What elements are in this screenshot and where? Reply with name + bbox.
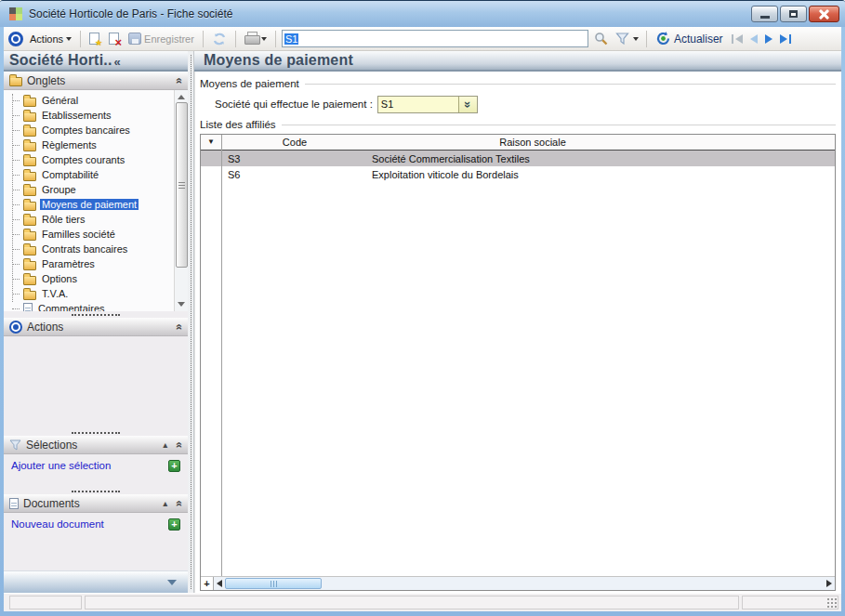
restore-button[interactable] — [780, 6, 807, 22]
add-row-button[interactable]: + — [201, 577, 214, 590]
add-selection-link[interactable]: Ajouter une sélection — [11, 460, 111, 471]
tree-item-label: Groupe — [40, 184, 78, 195]
tree-item-commentaires[interactable]: Commentaires — [9, 301, 174, 311]
actualiser-button[interactable]: Actualiser — [653, 29, 726, 48]
chevron-down-icon[interactable] — [167, 580, 177, 585]
actions-menu-button[interactable]: Actions — [27, 32, 74, 46]
toolbar: Actions ★ × Enregistrer — [4, 27, 841, 51]
panel-resize-handle[interactable] — [4, 488, 188, 494]
status-cell-left — [9, 596, 82, 609]
tree-item-reglements[interactable]: Règlements — [9, 138, 174, 152]
double-chevron-down-icon: » — [461, 100, 475, 107]
folder-icon — [23, 187, 36, 196]
tree-item-options[interactable]: Options — [9, 271, 174, 286]
fieldset-legend: Liste des affiliés — [200, 119, 276, 130]
actions-target-icon — [9, 321, 22, 334]
add-selection-plus-button[interactable]: + — [168, 460, 180, 472]
company-combobox[interactable]: S1 » — [377, 96, 478, 113]
actions-menu-label: Actions — [30, 33, 63, 45]
new-record-button[interactable]: ★ — [86, 31, 102, 46]
folder-icon — [23, 98, 36, 107]
sidebar-header: Société Horti.. « — [4, 51, 188, 72]
scroll-right-button[interactable] — [824, 577, 835, 590]
tree-item-moyens-de-paiement[interactable]: Moyens de paiement — [9, 197, 174, 212]
collapse-panel-icon[interactable]: » — [173, 441, 186, 448]
delete-record-button[interactable]: × — [106, 31, 122, 46]
grid: ▼ Code Raison sociale S3 Société Commerc… — [201, 135, 835, 576]
scroll-panel-up-icon[interactable]: ▴ — [163, 439, 167, 450]
save-icon — [128, 33, 141, 45]
tree-item-groupe[interactable]: Groupe — [9, 182, 174, 197]
tree-item-label: Paramètres — [40, 258, 97, 269]
onglets-tree: Général Etablissements Comptes bancaires… — [4, 90, 188, 311]
tree-item-parametres[interactable]: Paramètres — [9, 256, 174, 271]
filter-button[interactable] — [614, 32, 640, 46]
tree-item-etablissements[interactable]: Etablissements — [9, 108, 174, 123]
scroll-thumb[interactable] — [176, 102, 188, 268]
actions-target-icon — [8, 32, 23, 46]
new-document-plus-button[interactable]: + — [168, 518, 180, 531]
print-button[interactable] — [242, 30, 270, 47]
tree-item-tva[interactable]: T.V.A. — [9, 286, 174, 301]
folder-icon — [23, 127, 36, 137]
minimize-icon — [760, 16, 770, 19]
tree-item-contrats-bancaires[interactable]: Contrats bancaires — [9, 242, 174, 256]
tree-item-role-tiers[interactable]: Rôle tiers — [9, 212, 174, 227]
print-icon — [244, 34, 258, 46]
table-row[interactable]: S3 Société Commercialisation Textiles — [201, 151, 835, 166]
refresh-button[interactable] — [209, 31, 230, 47]
column-header-code[interactable]: Code — [221, 137, 368, 148]
search-input[interactable]: S1 — [282, 30, 588, 47]
collapse-panel-icon[interactable]: » — [173, 77, 186, 84]
new-record-icon: ★ — [89, 33, 99, 45]
scroll-panel-up-icon[interactable]: ▴ — [163, 498, 167, 508]
tree-item-label: T.V.A. — [40, 288, 70, 299]
table-row[interactable]: S6 Exploitation viticole du Bordelais — [201, 166, 835, 182]
collapse-panel-icon[interactable]: » — [173, 500, 186, 506]
tree-item-comptes-courants[interactable]: Comptes courants — [9, 152, 174, 167]
resize-grip[interactable] — [826, 597, 837, 608]
sidebar: Société Horti.. « Onglets » Général Etab… — [4, 51, 188, 593]
chevron-down-icon — [66, 37, 72, 41]
scroll-thumb[interactable] — [225, 578, 322, 589]
toolbar-separator — [80, 31, 81, 47]
tree-item-familles-societe[interactable]: Familles société — [9, 227, 174, 242]
table-horizontal-scrollbar[interactable]: + — [201, 576, 835, 590]
scroll-track[interactable] — [176, 102, 188, 299]
tree-item-comptes-bancaires[interactable]: Comptes bancaires — [9, 123, 174, 138]
minimize-button[interactable] — [751, 6, 778, 22]
grip-icon — [178, 185, 185, 186]
panel-header-onglets[interactable]: Onglets » — [4, 72, 188, 90]
search-go-button[interactable] — [592, 31, 610, 46]
panel-header-actions[interactable]: Actions » — [4, 318, 188, 336]
fieldset-line — [305, 84, 836, 85]
nav-first-button[interactable] — [730, 34, 745, 44]
app-window: Société Horticole de Paris - Fiche socié… — [0, 0, 845, 616]
column-header-raison-sociale[interactable]: Raison sociale — [368, 137, 697, 148]
sidebar-collapse-button[interactable]: « — [114, 55, 121, 70]
scroll-up-button[interactable] — [177, 92, 187, 102]
tree-item-label: Contrats bancaires — [40, 243, 129, 255]
nav-last-button[interactable] — [778, 34, 793, 44]
collapse-panel-icon[interactable]: » — [173, 323, 186, 330]
panel-header-documents[interactable]: Documents ▴ » — [4, 494, 188, 513]
save-button[interactable]: Enregistrer — [125, 31, 197, 46]
row-selector-dropdown[interactable]: ▼ — [201, 138, 221, 146]
tree-item-general[interactable]: Général — [9, 93, 174, 108]
tree-item-comptabilite[interactable]: Comptabilité — [9, 167, 174, 182]
new-document-link[interactable]: Nouveau document — [11, 518, 104, 530]
panel-resize-handle[interactable] — [4, 311, 188, 318]
scroll-down-button[interactable] — [177, 299, 187, 309]
scroll-left-button[interactable] — [214, 577, 225, 590]
close-button[interactable] — [809, 6, 839, 22]
panel-resize-handle[interactable] — [4, 429, 188, 436]
scroll-track[interactable] — [322, 577, 824, 590]
panel-header-selections[interactable]: Sélections ▴ » — [4, 436, 188, 454]
tree-scrollbar[interactable] — [174, 90, 188, 311]
nav-next-button[interactable] — [763, 34, 774, 44]
company-combobox-button[interactable]: » — [458, 97, 477, 112]
window-title: Société Horticole de Paris - Fiche socié… — [29, 7, 232, 20]
nav-previous-button[interactable] — [748, 34, 759, 44]
scroll-right-icon — [826, 580, 832, 587]
app-icon — [9, 7, 22, 20]
